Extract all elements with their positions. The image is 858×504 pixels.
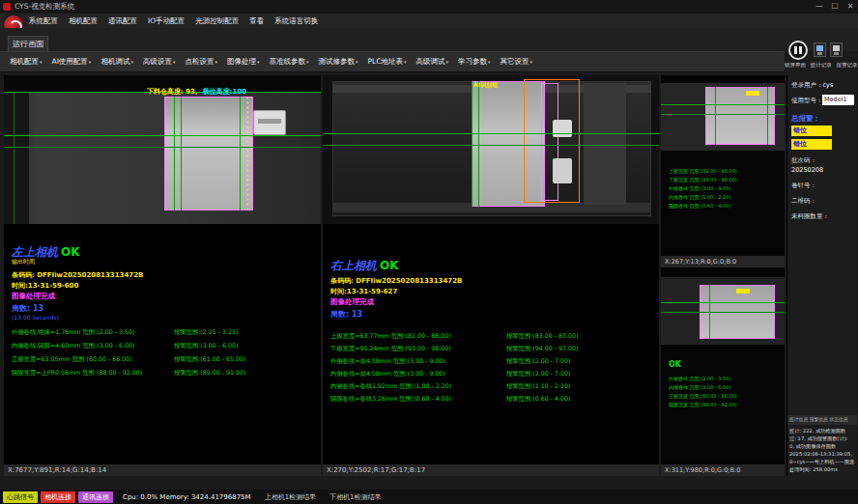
- overlay-highlight: [736, 289, 750, 294]
- overlay-height-text: 下料仓高度: 93,: [147, 88, 198, 96]
- camera-status-badge: 相机连接: [41, 491, 75, 503]
- overlay-line: [323, 133, 659, 134]
- pin-label: 卷针号：: [791, 182, 816, 190]
- overlay-line: [181, 97, 182, 210]
- maximize-button[interactable]: ☐: [827, 0, 843, 14]
- app-window: CYS-视觉检测系统 — ☐ ✕ 系统配置 相机配置 通讯配置 IO手动配置 光…: [0, 0, 858, 504]
- result-ok-badge: OK: [61, 245, 80, 259]
- menu-comm-config[interactable]: 通讯配置: [108, 16, 137, 26]
- alarm-list-item[interactable]: 错位: [791, 126, 832, 136]
- menu-language[interactable]: 系统语言切换: [274, 16, 318, 26]
- camera-image-right[interactable]: AI识别框: [323, 75, 659, 224]
- overlay-line: [240, 97, 241, 210]
- camera-icon: [816, 45, 823, 51]
- toolbar-learn-params[interactable]: 学习参数▾: [454, 55, 495, 69]
- cycle-count-text: 周数: 13: [12, 303, 43, 314]
- menu-light-control[interactable]: 光源控制配置: [195, 16, 239, 26]
- chevron-down-icon: ▾: [214, 59, 217, 65]
- overlay-line: [661, 312, 785, 313]
- stats-line: 2025:02:08-13:31:39:05,: [789, 451, 857, 457]
- time-text: 时间:13-31-59-600: [12, 281, 78, 291]
- chevron-down-icon: ▾: [404, 59, 407, 65]
- small-measure-line: 正极宽度 范围:(60.00 - 66.00): [669, 393, 737, 399]
- heartbeat-status-badge: 心跳信号: [3, 491, 38, 503]
- toolbar-ai-config[interactable]: AI使用配置▾: [48, 55, 96, 69]
- camera-tool-button[interactable]: [814, 42, 826, 57]
- toolbar-label: 相机调试: [100, 57, 129, 66]
- toolbar-spot-check[interactable]: 点检设置▾: [181, 55, 221, 69]
- alarm-list-item[interactable]: 错位: [791, 139, 832, 150]
- toolbar-test-params[interactable]: 测试修参数▾: [314, 55, 361, 69]
- app-icon: [3, 3, 11, 11]
- toolbar-camera-config[interactable]: 相机配置▾: [6, 55, 46, 69]
- cycle-time-text: (13.00 Seconds): [12, 314, 59, 321]
- measurement-value: 隔膜宽度=上PR0.56mm 范围:(88.00 - 92.00): [12, 369, 174, 378]
- hint-stats[interactable]: 统计记录: [811, 62, 832, 68]
- overlay-highlight: [746, 91, 759, 96]
- barcode-text: 条码码: DFFIiw2025020813313472B: [330, 276, 462, 286]
- camera-result-title: 左上相机: [12, 245, 58, 259]
- upper-camera-result-link[interactable]: 上相机1检测结果: [265, 492, 316, 502]
- result-ok-badge: OK: [669, 360, 681, 369]
- measurement-value: 隔膜卷线=卷线3.26mm 范围:(0.60 - 4.00): [330, 395, 506, 404]
- measurement-alarm: 报警范围:(2.00 - 7.00): [506, 370, 571, 378]
- tab-row: 运行画面: [0, 28, 858, 51]
- toolbar-advanced-settings[interactable]: 高级设置▾: [139, 55, 180, 69]
- camera-view-right-top: AI识别框 右上相机OK 条码码: DFFIiw2025020813313472…: [323, 75, 659, 476]
- measurement-row: 内侧卷线:隔膜=4.60mm 范围:(3.00 - 6.00) 报警范围:(3.…: [12, 342, 239, 350]
- small-measure-line: 下极宽度 范围:(93.00 - 98.00): [669, 177, 737, 182]
- overlay-line: [709, 285, 710, 339]
- close-button[interactable]: ✕: [843, 0, 858, 14]
- toolbar-baseline-params[interactable]: 基准线参数▾: [265, 55, 312, 69]
- lower-camera-result-link[interactable]: 下相机1检测结果: [329, 492, 381, 502]
- menu-view[interactable]: 查看: [249, 16, 264, 26]
- camera-image-small-2[interactable]: OK 外侧卷线 范围:(2.00 - 3.50) 内侧卷线 范围:(3.00 -…: [661, 267, 785, 464]
- small-measure-line: 内侧卷线 范围:(3.00 - 6.00): [669, 384, 730, 390]
- toolbar-label: 学习参数: [458, 57, 487, 66]
- user-label: 登录用户：: [791, 81, 823, 89]
- camera-image-left[interactable]: 下料仓高度: 93, 极位高度:100: [4, 75, 321, 224]
- menu-camera-config[interactable]: 相机配置: [69, 16, 98, 26]
- camera-image-small-1[interactable]: 上极宽度 范围:(82.00 - 88.00) 下极宽度 范围:(93.00 -…: [661, 75, 785, 256]
- tab-run-screen[interactable]: 运行画面: [8, 36, 48, 52]
- hint-lock-screen[interactable]: 锁屏界面: [785, 62, 806, 68]
- measurement-alarm: 报警范围:(61.00 - 65.00): [174, 355, 246, 364]
- camera-view-left-top: 下料仓高度: 93, 极位高度:100 左上相机OK 输出时间 条码码: DFF…: [4, 75, 321, 476]
- overlay-line: [661, 302, 785, 303]
- device-icon-base: [834, 52, 839, 55]
- toolbar-advanced-debug[interactable]: 高级调试▾: [412, 55, 452, 69]
- total-alarm-label: 总报警：: [791, 114, 820, 124]
- toolbar-label: 高级设置: [143, 57, 172, 66]
- hint-alarms[interactable]: 报警记录: [837, 62, 858, 68]
- menu-io-manual[interactable]: IO手动配置: [148, 16, 185, 26]
- minimize-button[interactable]: —: [812, 0, 827, 14]
- toolbar-image-process[interactable]: 图像处理▾: [223, 55, 264, 69]
- batch-label: 批次码：: [791, 156, 816, 165]
- chevron-down-icon: ▾: [445, 59, 448, 65]
- stats-line: 统计: 222, 成功检测圈数: [789, 428, 857, 434]
- toolbar-label: 基准线参数: [269, 57, 305, 66]
- overlay-dashed-line: [247, 97, 248, 210]
- stats-line: 过: 17, 成功报警圈数(计):: [789, 435, 857, 442]
- stats-line: 处理时间: 258.00ms: [789, 466, 857, 473]
- title-bar: CYS-视觉检测系统 — ☐ ✕: [0, 0, 858, 14]
- measurement-alarm: 报警范围:(83.00 - 87.00): [506, 332, 579, 341]
- toolbar-plc-table[interactable]: PLC地址表▾: [363, 55, 410, 69]
- measurement-row: 内侧卷线=卷线1.92mm 范围:(1.00 - 2.20) 报警范围:(1.1…: [330, 382, 571, 391]
- result-line: 右上相机OK: [330, 255, 399, 274]
- measurement-value: 下极宽度=95.24mm 范围:(93.00 - 98.00): [330, 345, 506, 353]
- menu-system-config[interactable]: 系统配置: [29, 16, 58, 26]
- small-measure-line: 外侧卷线 范围:(3.00 - 9.00): [669, 185, 730, 191]
- device-tool-button[interactable]: [830, 42, 843, 57]
- toolbar-camera-debug[interactable]: 相机调试▾: [97, 55, 137, 69]
- measurement-row: 隔膜宽度=上PR0.56mm 范围:(88.00 - 92.00) 报警范围:(…: [12, 369, 246, 378]
- overlay-line: [661, 104, 785, 105]
- measurement-row: 外侧卷线:绝缘=1.76mm 范围:(2.00 - 3.50) 报警范围:(2.…: [12, 328, 239, 337]
- model-select[interactable]: Model1: [822, 95, 854, 105]
- measurement-row: 上极宽度=63.77mm 范围:(82.00 - 88.00) 报警范围:(83…: [330, 332, 579, 341]
- overlay-line: [767, 87, 768, 145]
- toolbar-other-settings[interactable]: 其它设置▾: [496, 55, 536, 69]
- chevron-down-icon: ▾: [130, 59, 133, 65]
- chevron-down-icon: ▾: [257, 59, 260, 65]
- pause-button[interactable]: [788, 41, 808, 60]
